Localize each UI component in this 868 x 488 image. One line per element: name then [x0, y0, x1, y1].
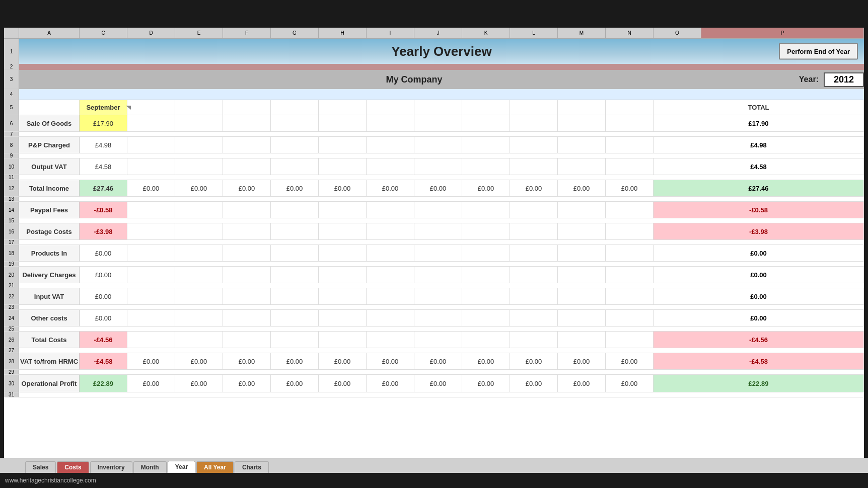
- products-in-label: Products In: [19, 245, 80, 262]
- tab-all-year[interactable]: All Year: [196, 461, 234, 473]
- blank-month-5: [271, 100, 319, 115]
- pp-charged-label: P&P Charged: [19, 137, 80, 153]
- row27-spacer: 27: [4, 348, 864, 353]
- row24-other-costs: 24 Other costs £0.00 £0.00: [4, 310, 864, 327]
- total-income-label: Total Income: [19, 180, 80, 197]
- pp-charged-value: £4.98: [80, 137, 127, 153]
- page-title: Yearly Overview: [19, 44, 864, 59]
- input-vat-label: Input VAT: [19, 288, 80, 305]
- row4: 4: [4, 89, 864, 100]
- vat-hrmc-value: -£4.58: [80, 353, 127, 370]
- pink-strip: [19, 64, 864, 70]
- total-income-total: £27.46: [654, 180, 864, 197]
- website-url: www.heritagechristiancollege.com: [5, 477, 96, 484]
- row15-spacer: 15: [4, 218, 864, 223]
- col-header-d: D: [127, 28, 175, 38]
- company-label-area: My Company Year: 2012: [19, 70, 864, 89]
- tab-costs[interactable]: Costs: [57, 461, 89, 473]
- column-headers: A C D E F G H I J K L M N O P: [4, 28, 864, 39]
- other-costs-label: Other costs: [19, 310, 80, 327]
- row17-spacer: 17: [4, 240, 864, 245]
- row19-spacer: 19: [4, 262, 864, 267]
- col-header-n: N: [606, 28, 654, 38]
- col-header-a: A: [19, 28, 80, 38]
- other-costs-total: £0.00: [654, 310, 864, 327]
- blank-month-8: [414, 100, 462, 115]
- col-header-c: C: [80, 28, 127, 38]
- blank-month-11: [558, 100, 606, 115]
- header-label-spacer: [19, 100, 80, 115]
- row7-spacer: 7: [4, 132, 864, 137]
- september-header: September: [80, 100, 127, 115]
- row28-vat-hrmc: 28 VAT to/from HRMC -£4.58 £0.00 £0.00 £…: [4, 353, 864, 370]
- row-num-6: 6: [4, 115, 19, 132]
- col-header-j: J: [414, 28, 462, 38]
- title-row: 1 Yearly Overview Perform End of Year: [4, 39, 864, 64]
- output-vat-value: £4.58: [80, 158, 127, 175]
- products-in-value: £0.00: [80, 245, 127, 262]
- row-num-4: 4: [4, 89, 19, 100]
- col-header-o: O: [654, 28, 701, 38]
- vat-hrmc-total: -£4.58: [654, 353, 864, 370]
- sale-of-goods-total: £17.90: [654, 115, 864, 132]
- col-header-e: E: [175, 28, 223, 38]
- total-header: TOTAL: [654, 100, 864, 115]
- col-header-i: I: [367, 28, 414, 38]
- col-header-rownum: [4, 28, 19, 38]
- tab-bar: Sales Costs Inventory Month Year All Yea…: [0, 458, 868, 473]
- pink-strip-row: 2: [4, 64, 864, 70]
- operational-profit-value: £22.89: [80, 375, 127, 392]
- sale-of-goods-label: Sale Of Goods: [19, 115, 80, 132]
- row23-spacer: 23: [4, 305, 864, 310]
- postage-costs-total: -£3.98: [654, 223, 864, 240]
- row26-total-costs: 26 Total Costs -£4.56 -£4.56: [4, 332, 864, 348]
- row9-spacer: 9: [4, 153, 864, 158]
- products-in-total: £0.00: [654, 245, 864, 262]
- tab-charts[interactable]: Charts: [235, 461, 269, 473]
- row-num-1: 1: [4, 39, 19, 64]
- input-vat-total: £0.00: [654, 288, 864, 305]
- row6-sale-of-goods: 6 Sale Of Goods £17.90 £17.90: [4, 115, 864, 132]
- total-costs-total: -£4.56: [654, 332, 864, 348]
- company-name: My Company: [29, 74, 799, 85]
- blank-month-10: [510, 100, 558, 115]
- row20-delivery-charges: 20 Delivery Charges £0.00 £0.00: [4, 267, 864, 283]
- empty-row4: [19, 89, 864, 100]
- sale-of-goods-sep-value: £17.90: [80, 115, 127, 132]
- blank-month-9: [462, 100, 510, 115]
- top-black-bar: [0, 0, 868, 28]
- row10-output-vat: 10 Output VAT £4.58 £4.58: [4, 158, 864, 175]
- row18-products-in: 18 Products In £0.00 £0.00: [4, 245, 864, 262]
- other-costs-value: £0.00: [80, 310, 127, 327]
- tab-month[interactable]: Month: [133, 461, 167, 473]
- row22-input-vat: 22 Input VAT £0.00 £0.00: [4, 288, 864, 305]
- row-num-2: 2: [4, 64, 19, 70]
- total-costs-value: -£4.56: [80, 332, 127, 348]
- row30-operational-profit: 30 Operational Profit £22.89 £0.00 £0.00…: [4, 375, 864, 392]
- col-header-h: H: [319, 28, 367, 38]
- tab-inventory[interactable]: Inventory: [90, 461, 132, 473]
- blank-month-7: [367, 100, 414, 115]
- perform-end-of-year-button[interactable]: Perform End of Year: [779, 43, 858, 60]
- total-income-value: £27.46: [80, 180, 127, 197]
- row8-pp-charged: 8 P&P Charged £4.98 £4.98: [4, 137, 864, 153]
- blank-month-4: [223, 100, 271, 115]
- row11-spacer: 11: [4, 175, 864, 180]
- col-header-m: M: [558, 28, 606, 38]
- postage-costs-value: -£3.98: [80, 223, 127, 240]
- col-header-f: F: [223, 28, 271, 38]
- footer-bar: www.heritagechristiancollege.com: [0, 473, 868, 488]
- row13-spacer: 13: [4, 197, 864, 202]
- tab-year[interactable]: Year: [168, 461, 195, 473]
- operational-profit-total: £22.89: [654, 375, 864, 392]
- col-header-g: G: [271, 28, 319, 38]
- row12-total-income: 12 Total Income £27.46 £0.00 £0.00 £0.00…: [4, 180, 864, 197]
- month-header-row: 5 September TOTAL: [4, 100, 864, 115]
- row31-spacer: 31: [4, 392, 864, 397]
- col-header-l: L: [510, 28, 558, 38]
- blank-month-2: [127, 100, 175, 115]
- tab-sales[interactable]: Sales: [25, 461, 56, 473]
- bottom-bar: Sales Costs Inventory Month Year All Yea…: [0, 458, 868, 473]
- blank-month-12: [606, 100, 654, 115]
- output-vat-total: £4.58: [654, 158, 864, 175]
